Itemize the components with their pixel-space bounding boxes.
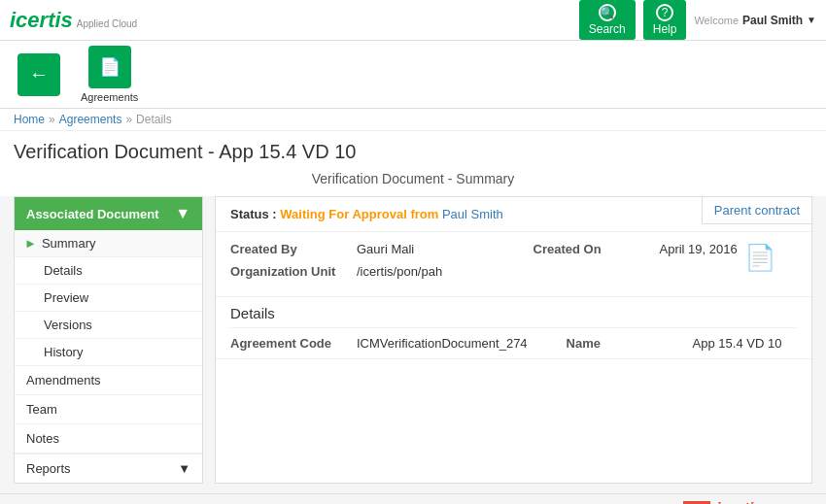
status-person-name: Paul Smith [442,207,503,221]
logo: icertis Applied Cloud [10,8,137,33]
search-button[interactable]: 🔍 Search [579,0,636,40]
sidebar-team-label: Team [26,402,57,417]
help-icon: ? [656,4,673,21]
parent-contract-link[interactable]: Parent contract [714,203,800,218]
sidebar-expand-icon: ▼ [175,205,190,222]
sidebar-amendments-label: Amendments [26,373,101,387]
header-right: 🔍 Search ? Help Welcome Paul Smith ▼ [579,0,816,40]
sidebar-section-amendments[interactable]: Amendments [15,366,202,395]
sidebar-reports-label: Reports [26,461,71,476]
right-content-panel: Status : Waiting For Approval from Paul … [215,196,812,484]
agreements-icon: 📄 [88,46,131,88]
help-button[interactable]: ? Help [643,0,687,40]
sidebar-versions-label: Versions [44,318,92,332]
grid-row-2: Organization Unit /icertis/pon/pah [230,264,797,279]
user-name: Paul Smith [742,14,803,27]
user-dropdown-icon[interactable]: ▼ [807,15,816,25]
sidebar-item-summary[interactable]: ► Summary [15,230,202,257]
sidebar-notes-label: Notes [26,431,59,446]
detail-row-1: Agreement Code ICMVerificationDocument_2… [230,336,797,351]
search-icon: 🔍 [599,4,616,21]
org-unit-cell: Organization Unit /icertis/pon/pah [230,264,495,279]
sidebar-item-versions[interactable]: Versions [15,312,202,339]
sidebar-item-preview[interactable]: Preview [15,285,202,312]
name-value: App 15.4 VD 10 [693,336,782,351]
created-by-label: Created By [230,242,347,256]
sidebar-history-label: History [44,345,83,359]
agreements-nav-label: Agreements [81,91,138,103]
sidebar-section-team[interactable]: Team [15,395,202,424]
page-title: Verification Document - App 15.4 VD 10 [14,141,812,163]
agreement-code-label: Agreement Code [230,336,347,351]
sidebar-section-notes[interactable]: Notes [15,424,202,454]
org-unit-value: /icertis/pon/pah [357,264,442,279]
logo-text: icertis [10,8,73,33]
created-by-cell: Created By Gauri Mali [230,242,495,256]
sidebar-header[interactable]: Associated Document ▼ [15,197,202,230]
details-section-heading: Details [230,305,797,328]
grid-row-1: Created By Gauri Mali Created On April 1… [230,242,797,256]
sidebar-details-label: Details [44,263,83,278]
org-unit-label: Organization Unit [230,264,347,279]
nav-icons-bar: ← 📄 Agreements [0,41,826,109]
welcome-area: Welcome Paul Smith ▼ [694,14,816,27]
name-cell: Name App 15.4 VD 10 [567,336,797,351]
sub-title-bar: Verification Document - Summary [0,167,826,196]
info-grid: Created By Gauri Mali Created On April 1… [216,232,811,297]
agreements-nav-button[interactable]: 📄 Agreements [73,41,146,108]
breadcrumb-sep2: » [125,113,132,126]
app-footer: Copyright © 2016 Icertis Inc. ℹ i icerti… [0,493,826,504]
agreement-code-value: ICMVerificationDocument_274 [357,336,528,351]
breadcrumb-details: Details [136,113,172,126]
main-content: Parent contract 📄 Associated Document ▼ … [0,196,826,493]
footer-logo: ℹ i icertis Contract Management [672,500,812,504]
sidebar-summary-label: Summary [42,236,96,251]
agreement-code-cell: Agreement Code ICMVerificationDocument_2… [230,336,528,351]
summary-arrow-icon: ► [24,236,37,251]
sidebar-section-reports[interactable]: Reports ▼ [15,454,202,483]
details-section: Details Agreement Code ICMVerificationDo… [216,297,811,359]
footer-brand-icon: i [683,501,710,505]
footer-logo-text-group: icertis Contract Management [716,500,812,504]
app-header: icertis Applied Cloud 🔍 Search ? Help We… [0,0,826,41]
sidebar-item-details[interactable]: Details [15,257,202,285]
back-icon: ← [17,53,60,96]
breadcrumb: Home » Agreements » Details [0,109,826,131]
page-title-area: Verification Document - App 15.4 VD 10 [0,131,826,167]
breadcrumb-home[interactable]: Home [14,113,45,126]
left-sidebar: Associated Document ▼ ► Summary Details … [14,196,203,484]
name-label: Name [567,336,683,351]
logo-area: icertis Applied Cloud [10,8,137,33]
sidebar-preview-label: Preview [44,290,88,305]
status-value: Waiting For Approval from [280,207,438,221]
breadcrumb-sep1: » [49,113,55,126]
sidebar-reports-expand-icon: ▼ [178,461,190,476]
welcome-label: Welcome [694,15,739,26]
document-icon: 📄 [744,243,775,273]
page-subtitle: Verification Document - Summary [312,171,515,186]
parent-contract-box: Parent contract [702,196,812,224]
sidebar-header-label: Associated Document [26,207,159,221]
sidebar-item-history[interactable]: History [15,339,202,366]
breadcrumb-agreements[interactable]: Agreements [59,113,122,126]
created-on-value: April 19, 2016 [660,242,738,256]
logo-subtext: Applied Cloud [77,18,137,29]
status-label: Status : [230,207,280,221]
back-button[interactable]: ← [10,49,68,101]
footer-logo-name: icertis [716,500,812,504]
created-by-value: Gauri Mali [357,242,414,256]
created-on-label: Created On [533,242,650,256]
